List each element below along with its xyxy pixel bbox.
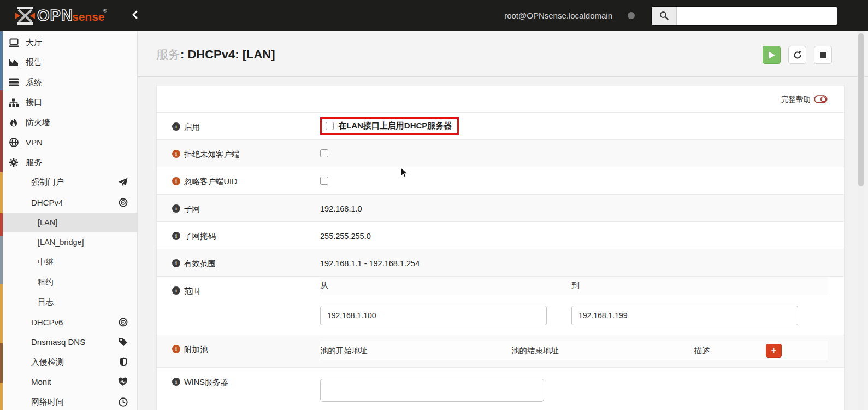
refresh-icon <box>793 51 802 60</box>
sidebar-item-label: 服务 <box>26 157 42 168</box>
desktop-icon <box>8 38 19 48</box>
info-circle-icon[interactable] <box>172 150 180 158</box>
sidebar-collapse-button[interactable] <box>131 9 147 22</box>
service-stop-button[interactable] <box>814 46 832 64</box>
sidebar-item-dhcpv6[interactable]: DHCPv6 <box>0 312 137 332</box>
field-label: 有效范围 <box>184 259 216 268</box>
wins-server-input[interactable] <box>320 379 544 402</box>
stop-square-icon <box>820 52 826 58</box>
topbar: OPN sense ® root@OPNsense.localdomain <box>0 0 868 31</box>
sidebar-item-reporting[interactable]: 报告 <box>0 53 137 73</box>
page-title-rest: : DHCPv4: [LAN] <box>180 48 275 61</box>
row-subnet-mask: 子网掩码 255.255.255.0 <box>157 222 844 249</box>
logged-in-user[interactable]: root@OPNsense.localdomain <box>504 11 612 20</box>
service-restart-button[interactable] <box>788 46 806 64</box>
sidebar-item-relay[interactable]: 中继 <box>0 253 137 273</box>
add-pool-button[interactable]: + <box>766 344 782 358</box>
toggle-off-icon[interactable] <box>814 95 828 103</box>
sidebar-item-label: 日志 <box>38 297 54 307</box>
enable-dhcp-checkbox[interactable] <box>326 122 334 130</box>
sidebar-item-label: 租约 <box>38 277 54 288</box>
search-icon <box>659 11 669 20</box>
search-icon-box <box>652 7 677 25</box>
info-circle-icon[interactable] <box>172 204 180 213</box>
play-icon <box>768 51 775 59</box>
sidebar-item-label: 报告 <box>26 57 42 68</box>
range-to-input[interactable] <box>571 306 798 325</box>
sidebar-item-intrusion-detection[interactable]: 入侵检测 <box>0 352 137 372</box>
ignore-uid-checkbox[interactable] <box>320 177 328 185</box>
service-start-button[interactable] <box>763 46 781 64</box>
sidebar-item-log[interactable]: 日志 <box>0 292 137 313</box>
clock-icon <box>119 397 128 407</box>
full-help-row: 完整帮助 <box>157 86 844 113</box>
info-circle-icon[interactable] <box>172 345 180 353</box>
sidebar-item-label: [LAN] <box>38 218 57 227</box>
available-range-value: 192.168.1.1 - 192.168.1.254 <box>320 256 828 268</box>
sidebar-item-lan-bridge[interactable]: [LAN_bridge] <box>0 232 137 253</box>
main-content: 服务: DHCPv4: [LAN] 完整帮助 启用 <box>138 31 868 410</box>
heartbeat-icon <box>118 377 128 386</box>
sidebar-item-label: DHCPv4 <box>31 198 63 207</box>
sidebar-item-vpn[interactable]: VPN <box>0 133 137 153</box>
sidebar-item-services[interactable]: 服务 <box>0 153 137 173</box>
sidebar-item-label: 接口 <box>26 97 42 108</box>
pool-desc-header: 描述 <box>694 345 710 356</box>
sidebar-item-lan[interactable]: [LAN] <box>0 213 137 233</box>
sitemap-icon <box>8 98 19 108</box>
vertical-scrollbar <box>858 31 864 410</box>
field-label: 子网 <box>184 204 200 214</box>
info-circle-icon[interactable] <box>172 259 180 267</box>
area-chart-icon <box>8 58 19 68</box>
sidebar-item-firewall[interactable]: 防火墙 <box>0 113 137 133</box>
field-label: 附加池 <box>184 344 208 354</box>
status-dot <box>628 12 635 19</box>
info-circle-icon[interactable] <box>172 122 180 131</box>
opnsense-logo[interactable]: OPN sense ® <box>14 5 123 27</box>
search-input[interactable] <box>677 7 837 25</box>
info-circle-icon[interactable] <box>172 286 180 295</box>
sidebar-item-label: Monit <box>31 377 51 386</box>
sidebar-item-network-time[interactable]: 网络时间 <box>0 392 137 410</box>
info-circle-icon[interactable] <box>172 232 180 240</box>
subnet-value: 192.168.1.0 <box>320 201 828 213</box>
full-help-label[interactable]: 完整帮助 <box>781 95 811 104</box>
page-header: 服务: DHCPv4: [LAN] <box>138 31 868 77</box>
sidebar-item-dhcpv4[interactable]: DHCPv4 <box>0 192 137 213</box>
shield-icon <box>119 357 128 367</box>
mouse-cursor-icon <box>400 167 409 181</box>
sidebar-item-dnsmasq[interactable]: Dnsmasq DNS <box>0 332 137 353</box>
tag-icon <box>119 337 128 347</box>
globe-icon <box>8 138 19 148</box>
sidebar-item-label: Dnsmasq DNS <box>31 337 85 347</box>
sidebar-item-label: [LAN_bridge] <box>38 238 84 247</box>
sidebar-item-leases[interactable]: 租约 <box>0 272 137 292</box>
row-additional-pools: 附加池 池的开始地址 池的结束地址 描述 + <box>157 335 844 368</box>
field-label: 范围 <box>184 286 200 296</box>
page-title: 服务: DHCPv4: [LAN] <box>156 46 275 63</box>
info-circle-icon[interactable] <box>172 378 180 386</box>
sidebar-item-lobby[interactable]: 大厅 <box>0 33 137 53</box>
server-icon <box>8 78 19 87</box>
row-deny-unknown: 拒绝未知客户端 <box>157 140 844 167</box>
row-enable: 启用 在LAN接口上启用DHCP服务器 <box>157 113 844 140</box>
gear-icon <box>8 157 19 167</box>
sidebar-item-interfaces[interactable]: 接口 <box>0 93 137 113</box>
range-from-header: 从 <box>320 280 571 291</box>
brand-opn: OPN <box>37 7 73 24</box>
sidebar-item-system[interactable]: 系统 <box>0 73 137 93</box>
sidebar-item-label: 系统 <box>26 78 42 88</box>
annotation-highlight-box: 在LAN接口上启用DHCP服务器 <box>320 117 459 135</box>
sidebar-item-monit[interactable]: Monit <box>0 372 137 393</box>
field-label: WINS服务器 <box>184 377 228 387</box>
range-from-input[interactable] <box>320 306 547 325</box>
sidebar-item-captive-portal[interactable]: 强制门户 <box>0 173 137 193</box>
range-to-header: 到 <box>571 280 580 291</box>
field-label: 忽略客户端UID <box>184 177 237 186</box>
deny-unknown-checkbox[interactable] <box>320 149 328 157</box>
sidebar-item-label: 网络时间 <box>31 397 64 407</box>
brand-sense: sense <box>72 10 105 23</box>
scrollbar-thumb[interactable] <box>858 33 864 186</box>
info-circle-icon[interactable] <box>172 177 180 185</box>
row-available-range: 有效范围 192.168.1.1 - 192.168.1.254 <box>157 249 844 277</box>
